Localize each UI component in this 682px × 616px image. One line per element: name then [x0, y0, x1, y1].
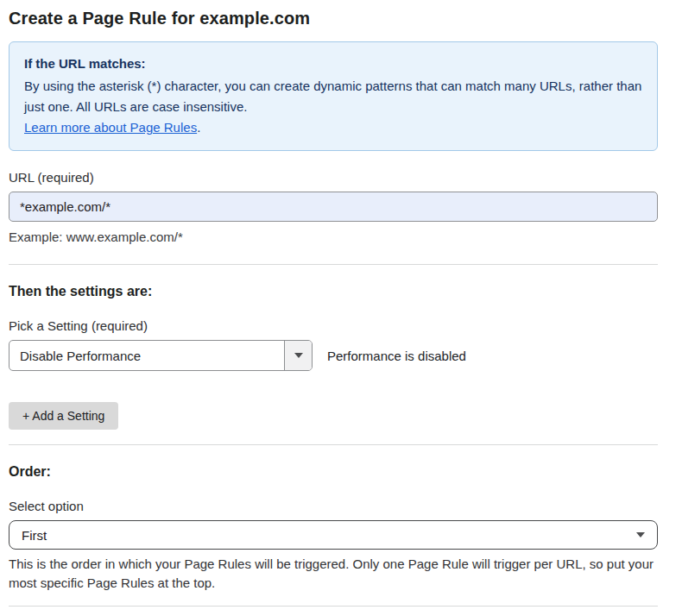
setting-dropdown[interactable]: Disable Performance — [9, 340, 313, 371]
order-select-label: Select option — [9, 499, 658, 513]
order-section-heading: Order: — [9, 464, 658, 480]
divider — [9, 444, 658, 445]
settings-section-heading: Then the settings are: — [9, 284, 658, 299]
info-box-body-text: By using the asterisk (*) character, you… — [24, 79, 641, 114]
order-dropdown-value: First — [22, 528, 47, 543]
chevron-down-icon — [636, 532, 645, 537]
chevron-down-icon — [294, 353, 303, 358]
setting-picker-row: Disable Performance Performance is disab… — [9, 340, 658, 371]
setting-dropdown-value: Disable Performance — [9, 341, 284, 370]
page-title: Create a Page Rule for example.com — [9, 9, 658, 28]
setting-status-text: Performance is disabled — [327, 349, 466, 363]
url-field-label: URL (required) — [9, 170, 658, 185]
url-input[interactable] — [9, 192, 658, 222]
link-suffix: . — [197, 120, 200, 135]
learn-more-link[interactable]: Learn more about Page Rules — [24, 120, 197, 135]
info-box-heading: If the URL matches: — [24, 53, 642, 74]
divider — [9, 606, 658, 607]
order-help-text: This is the order in which your Page Rul… — [9, 555, 658, 593]
divider — [9, 264, 658, 265]
url-example-text: Example: www.example.com/* — [9, 229, 658, 244]
add-setting-button[interactable]: + Add a Setting — [9, 402, 118, 430]
setting-dropdown-arrow-button[interactable] — [284, 341, 312, 370]
info-box-body: By using the asterisk (*) character, you… — [24, 76, 642, 138]
order-dropdown[interactable]: First — [9, 520, 658, 550]
url-match-info-box: If the URL matches: By using the asteris… — [9, 41, 658, 151]
pick-setting-label: Pick a Setting (required) — [9, 318, 658, 333]
page-rule-form: Create a Page Rule for example.com If th… — [0, 0, 682, 616]
